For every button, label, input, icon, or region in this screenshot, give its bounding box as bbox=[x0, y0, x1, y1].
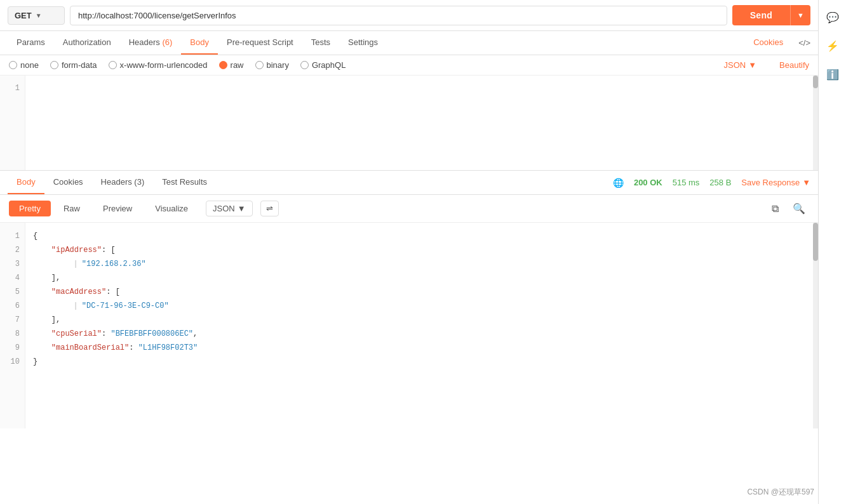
response-body-area: 1 2 3 4 5 6 7 8 9 10 { "ipAddress": [ |"… bbox=[0, 223, 818, 428]
body-type-form-data[interactable]: form-data bbox=[50, 60, 97, 70]
request-body-editor: 1 bbox=[0, 76, 818, 171]
body-type-none[interactable]: none bbox=[9, 60, 39, 70]
radio-form-data bbox=[50, 61, 58, 69]
json-line-2: "ipAddress": [ bbox=[33, 243, 810, 257]
format-raw-button[interactable]: Raw bbox=[53, 201, 90, 216]
url-input[interactable] bbox=[70, 6, 727, 25]
resp-tab-test-results[interactable]: Test Results bbox=[153, 171, 216, 194]
response-status-group: 🌐 200 OK 515 ms 258 B Save Response ▼ bbox=[613, 178, 810, 188]
json-line-7: ], bbox=[33, 313, 810, 327]
response-json-content[interactable]: { "ipAddress": [ |"192.168.2.36" ], "mac… bbox=[25, 223, 818, 428]
body-type-urlencoded[interactable]: x-www-form-urlencoded bbox=[109, 60, 208, 70]
response-time: 515 ms bbox=[673, 178, 700, 187]
save-response-chevron-icon: ▼ bbox=[802, 178, 810, 187]
copy-response-button[interactable]: ⧉ bbox=[768, 201, 782, 217]
beautify-button[interactable]: Beautify bbox=[779, 60, 809, 70]
editor-scrollbar[interactable] bbox=[813, 76, 818, 170]
status-code: 200 OK bbox=[634, 178, 662, 187]
right-panel: 💬 ⚡ ℹ️ bbox=[818, 0, 846, 504]
editor-content-area[interactable] bbox=[25, 76, 818, 170]
tab-body[interactable]: Body bbox=[181, 31, 218, 55]
send-dropdown-button[interactable]: ▼ bbox=[790, 5, 810, 25]
info-icon[interactable]: ℹ️ bbox=[824, 66, 842, 83]
request-tabs: Params Authorization Headers (6) Body Pr… bbox=[0, 31, 818, 55]
search-response-button[interactable]: 🔍 bbox=[789, 200, 809, 217]
json-line-10: } bbox=[33, 355, 810, 369]
filter-icon-button[interactable]: ⇌ bbox=[260, 201, 279, 216]
lightning-icon[interactable]: ⚡ bbox=[824, 37, 842, 55]
json-type-select[interactable]: JSON ▼ bbox=[723, 60, 756, 70]
response-json-type-select[interactable]: JSON ▼ bbox=[206, 201, 253, 216]
save-response-button[interactable]: Save Response ▼ bbox=[741, 178, 810, 187]
response-size: 258 B bbox=[709, 178, 731, 187]
json-chevron-icon: ▼ bbox=[748, 60, 756, 70]
send-button[interactable]: Send bbox=[732, 5, 790, 25]
editor-scrollbar-thumb bbox=[813, 76, 818, 88]
json-line-1: { bbox=[33, 229, 810, 243]
json-line-3: |"192.168.2.36" bbox=[33, 257, 810, 271]
send-button-group: Send ▼ bbox=[732, 5, 810, 25]
radio-none bbox=[9, 61, 17, 69]
watermark: CSDN @还现草597 bbox=[747, 487, 814, 498]
format-preview-button[interactable]: Preview bbox=[93, 201, 142, 216]
globe-icon[interactable]: 🌐 bbox=[613, 178, 624, 188]
method-chevron-icon: ▼ bbox=[36, 12, 42, 19]
tab-pre-request[interactable]: Pre-request Script bbox=[218, 31, 302, 55]
resp-tab-headers[interactable]: Headers (3) bbox=[92, 171, 154, 194]
body-type-bar: none form-data x-www-form-urlencoded raw… bbox=[0, 55, 818, 76]
filter-icon: ⇌ bbox=[266, 204, 273, 213]
json-line-4: ], bbox=[33, 271, 810, 285]
resp-tab-body[interactable]: Body bbox=[8, 171, 44, 194]
format-visualize-button[interactable]: Visualize bbox=[145, 201, 198, 216]
response-tabs-bar: Body Cookies Headers (3) Test Results 🌐 … bbox=[0, 171, 818, 195]
radio-urlencoded bbox=[109, 61, 117, 69]
response-scrollbar-thumb bbox=[813, 223, 818, 261]
tab-tests[interactable]: Tests bbox=[302, 31, 339, 55]
response-line-numbers: 1 2 3 4 5 6 7 8 9 10 bbox=[0, 223, 25, 428]
tab-settings[interactable]: Settings bbox=[339, 31, 387, 55]
json-line-8: "cpuSerial": "BFEBFBFF000806EC", bbox=[33, 327, 810, 341]
json-line-9: "mainBoardSerial": "L1HF98F02T3" bbox=[33, 341, 810, 355]
body-type-graphql[interactable]: GraphQL bbox=[300, 60, 346, 70]
tab-params[interactable]: Params bbox=[8, 31, 54, 55]
response-format-bar: Pretty Raw Preview Visualize JSON ▼ ⇌ ⧉ … bbox=[0, 195, 818, 223]
format-pretty-button[interactable]: Pretty bbox=[9, 201, 51, 216]
search-icon: 🔍 bbox=[793, 203, 805, 214]
resp-json-chevron-icon: ▼ bbox=[238, 204, 246, 213]
comment-icon[interactable]: 💬 bbox=[824, 9, 842, 26]
tab-authorization[interactable]: Authorization bbox=[54, 31, 120, 55]
body-type-binary[interactable]: binary bbox=[255, 60, 289, 70]
copy-icon: ⧉ bbox=[772, 203, 779, 214]
editor-line-numbers: 1 bbox=[0, 76, 25, 170]
body-type-raw[interactable]: raw bbox=[219, 60, 244, 70]
method-label: GET bbox=[15, 11, 32, 20]
code-icon[interactable]: </> bbox=[798, 38, 810, 48]
resp-tab-cookies[interactable]: Cookies bbox=[44, 171, 92, 194]
radio-binary bbox=[255, 61, 264, 69]
json-line-5: "macAddress": [ bbox=[33, 285, 810, 299]
response-scrollbar[interactable] bbox=[813, 223, 818, 428]
tab-cookies[interactable]: Cookies bbox=[744, 31, 792, 55]
radio-graphql bbox=[300, 61, 309, 69]
radio-raw bbox=[219, 61, 227, 69]
method-select[interactable]: GET ▼ bbox=[8, 6, 65, 25]
url-bar: GET ▼ Send ▼ bbox=[0, 0, 818, 31]
json-line-6: |"DC-71-96-3E-C9-C0" bbox=[33, 299, 810, 313]
tab-headers[interactable]: Headers (6) bbox=[120, 31, 182, 55]
